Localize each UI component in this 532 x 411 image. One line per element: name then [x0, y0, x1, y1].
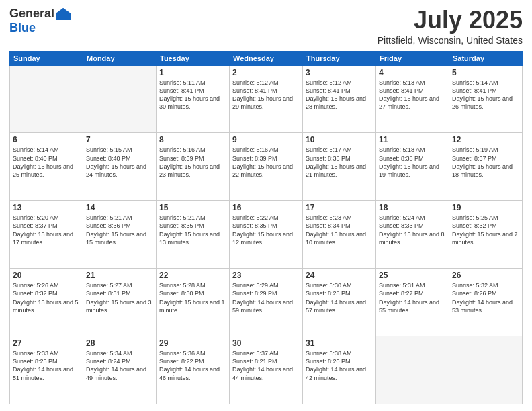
day-number: 11 [379, 135, 446, 144]
day-cell-11: 11Sunrise: 5:18 AM Sunset: 8:38 PM Dayli… [376, 133, 449, 201]
day-cell-12: 12Sunrise: 5:19 AM Sunset: 8:37 PM Dayli… [449, 133, 523, 201]
day-content: Sunrise: 5:38 AM Sunset: 8:20 PM Dayligh… [306, 349, 373, 382]
logo-icon [56, 8, 71, 20]
day-cell-18: 18Sunrise: 5:24 AM Sunset: 8:33 PM Dayli… [376, 201, 449, 269]
day-cell-25: 25Sunrise: 5:31 AM Sunset: 8:27 PM Dayli… [376, 269, 449, 336]
calendar-body: 1Sunrise: 5:11 AM Sunset: 8:41 PM Daylig… [10, 65, 523, 404]
day-number: 18 [379, 203, 446, 212]
day-cell-21: 21Sunrise: 5:27 AM Sunset: 8:31 PM Dayli… [83, 269, 157, 336]
day-number: 16 [232, 203, 300, 212]
day-number: 6 [13, 135, 80, 144]
logo-general-text: General [9, 7, 54, 21]
day-number: 29 [159, 338, 226, 348]
day-content: Sunrise: 5:37 AM Sunset: 8:21 PM Dayligh… [232, 349, 300, 382]
day-number: 24 [306, 271, 373, 280]
day-number: 22 [159, 271, 226, 280]
day-cell-29: 29Sunrise: 5:36 AM Sunset: 8:22 PM Dayli… [157, 336, 230, 404]
day-number: 13 [13, 203, 80, 212]
day-cell-28: 28Sunrise: 5:34 AM Sunset: 8:24 PM Dayli… [83, 336, 157, 404]
week-row-3: 13Sunrise: 5:20 AM Sunset: 8:37 PM Dayli… [10, 201, 523, 269]
day-number: 12 [452, 135, 519, 144]
day-number: 23 [232, 271, 300, 280]
day-cell-30: 30Sunrise: 5:37 AM Sunset: 8:21 PM Dayli… [230, 336, 303, 404]
day-cell-7: 7Sunrise: 5:15 AM Sunset: 8:40 PM Daylig… [83, 133, 157, 201]
day-content: Sunrise: 5:14 AM Sunset: 8:41 PM Dayligh… [452, 79, 519, 111]
day-cell-15: 15Sunrise: 5:21 AM Sunset: 8:35 PM Dayli… [157, 201, 230, 269]
week-row-1: 1Sunrise: 5:11 AM Sunset: 8:41 PM Daylig… [10, 65, 523, 133]
day-cell-1: 1Sunrise: 5:11 AM Sunset: 8:41 PM Daylig… [157, 65, 230, 133]
day-cell-17: 17Sunrise: 5:23 AM Sunset: 8:34 PM Dayli… [303, 201, 376, 269]
day-content: Sunrise: 5:12 AM Sunset: 8:41 PM Dayligh… [306, 79, 373, 111]
day-content: Sunrise: 5:17 AM Sunset: 8:38 PM Dayligh… [306, 146, 373, 179]
day-number: 8 [159, 135, 226, 144]
day-content: Sunrise: 5:25 AM Sunset: 8:32 PM Dayligh… [452, 214, 519, 246]
day-content: Sunrise: 5:33 AM Sunset: 8:25 PM Dayligh… [13, 349, 80, 382]
day-cell-5: 5Sunrise: 5:14 AM Sunset: 8:41 PM Daylig… [449, 65, 523, 133]
day-cell-4: 4Sunrise: 5:13 AM Sunset: 8:41 PM Daylig… [376, 65, 449, 133]
day-content: Sunrise: 5:19 AM Sunset: 8:37 PM Dayligh… [452, 146, 519, 179]
day-number: 7 [86, 135, 153, 144]
day-number: 15 [159, 203, 226, 212]
header: General Blue July 2025 Pittsfield, Wisco… [9, 7, 523, 46]
day-content: Sunrise: 5:16 AM Sunset: 8:39 PM Dayligh… [232, 146, 300, 179]
day-number: 27 [13, 338, 80, 348]
day-number: 17 [306, 203, 373, 212]
day-content: Sunrise: 5:21 AM Sunset: 8:36 PM Dayligh… [86, 214, 153, 246]
day-number: 28 [86, 338, 153, 348]
week-row-2: 6Sunrise: 5:14 AM Sunset: 8:40 PM Daylig… [10, 133, 523, 201]
day-cell-2: 2Sunrise: 5:12 AM Sunset: 8:41 PM Daylig… [230, 65, 303, 133]
day-cell-22: 22Sunrise: 5:28 AM Sunset: 8:30 PM Dayli… [157, 269, 230, 336]
day-number: 30 [232, 338, 300, 348]
day-cell-13: 13Sunrise: 5:20 AM Sunset: 8:37 PM Dayli… [10, 201, 83, 269]
week-row-4: 20Sunrise: 5:26 AM Sunset: 8:32 PM Dayli… [10, 269, 523, 336]
day-cell-27: 27Sunrise: 5:33 AM Sunset: 8:25 PM Dayli… [10, 336, 83, 404]
day-cell-14: 14Sunrise: 5:21 AM Sunset: 8:36 PM Dayli… [83, 201, 157, 269]
page: General Blue July 2025 Pittsfield, Wisco… [0, 0, 532, 411]
day-content: Sunrise: 5:23 AM Sunset: 8:34 PM Dayligh… [306, 214, 373, 246]
weekday-header-saturday: Saturday [449, 51, 523, 65]
logo: General Blue [9, 7, 71, 35]
day-cell-20: 20Sunrise: 5:26 AM Sunset: 8:32 PM Dayli… [10, 269, 83, 336]
day-cell-empty [83, 65, 157, 133]
day-content: Sunrise: 5:29 AM Sunset: 8:29 PM Dayligh… [232, 281, 300, 314]
day-content: Sunrise: 5:36 AM Sunset: 8:22 PM Dayligh… [159, 349, 226, 382]
day-number: 14 [86, 203, 153, 212]
weekday-row: SundayMondayTuesdayWednesdayThursdayFrid… [10, 51, 523, 65]
day-content: Sunrise: 5:31 AM Sunset: 8:27 PM Dayligh… [379, 281, 446, 314]
day-cell-23: 23Sunrise: 5:29 AM Sunset: 8:29 PM Dayli… [230, 269, 303, 336]
day-cell-empty [449, 336, 523, 404]
week-row-5: 27Sunrise: 5:33 AM Sunset: 8:25 PM Dayli… [10, 336, 523, 404]
day-content: Sunrise: 5:13 AM Sunset: 8:41 PM Dayligh… [379, 79, 446, 111]
weekday-header-friday: Friday [376, 51, 449, 65]
day-cell-19: 19Sunrise: 5:25 AM Sunset: 8:32 PM Dayli… [449, 201, 523, 269]
day-content: Sunrise: 5:21 AM Sunset: 8:35 PM Dayligh… [159, 214, 226, 246]
day-content: Sunrise: 5:11 AM Sunset: 8:41 PM Dayligh… [159, 79, 226, 111]
day-content: Sunrise: 5:18 AM Sunset: 8:38 PM Dayligh… [379, 146, 446, 179]
day-number: 3 [306, 68, 373, 77]
day-content: Sunrise: 5:30 AM Sunset: 8:28 PM Dayligh… [306, 281, 373, 314]
logo-blue-text: Blue [9, 21, 36, 35]
day-cell-6: 6Sunrise: 5:14 AM Sunset: 8:40 PM Daylig… [10, 133, 83, 201]
header-right: July 2025 Pittsfield, Wisconsin, United … [378, 7, 523, 46]
day-cell-empty [376, 336, 449, 404]
day-number: 25 [379, 271, 446, 280]
calendar-header: SundayMondayTuesdayWednesdayThursdayFrid… [10, 51, 523, 65]
day-cell-8: 8Sunrise: 5:16 AM Sunset: 8:39 PM Daylig… [157, 133, 230, 201]
month-title: July 2025 [378, 7, 523, 34]
day-content: Sunrise: 5:24 AM Sunset: 8:33 PM Dayligh… [379, 214, 446, 246]
day-content: Sunrise: 5:16 AM Sunset: 8:39 PM Dayligh… [159, 146, 226, 179]
location: Pittsfield, Wisconsin, United States [378, 35, 523, 46]
day-cell-3: 3Sunrise: 5:12 AM Sunset: 8:41 PM Daylig… [303, 65, 376, 133]
day-cell-empty [10, 65, 83, 133]
day-content: Sunrise: 5:15 AM Sunset: 8:40 PM Dayligh… [86, 146, 153, 179]
day-content: Sunrise: 5:28 AM Sunset: 8:30 PM Dayligh… [159, 281, 226, 314]
day-content: Sunrise: 5:12 AM Sunset: 8:41 PM Dayligh… [232, 79, 300, 111]
day-number: 9 [232, 135, 300, 144]
day-content: Sunrise: 5:14 AM Sunset: 8:40 PM Dayligh… [13, 146, 80, 179]
weekday-header-wednesday: Wednesday [230, 51, 303, 65]
day-number: 21 [86, 271, 153, 280]
day-content: Sunrise: 5:26 AM Sunset: 8:32 PM Dayligh… [13, 281, 80, 314]
day-cell-24: 24Sunrise: 5:30 AM Sunset: 8:28 PM Dayli… [303, 269, 376, 336]
day-number: 4 [379, 68, 446, 77]
day-content: Sunrise: 5:20 AM Sunset: 8:37 PM Dayligh… [13, 214, 80, 246]
